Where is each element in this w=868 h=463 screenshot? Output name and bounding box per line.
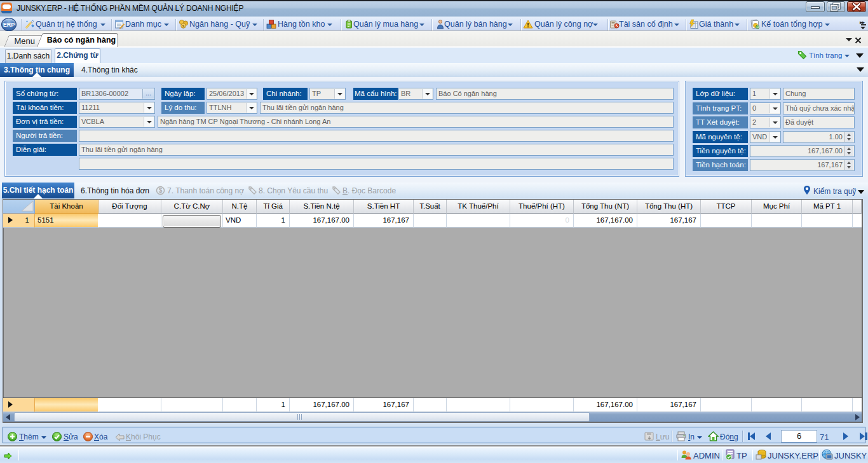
- svg-text:$: $: [159, 187, 163, 194]
